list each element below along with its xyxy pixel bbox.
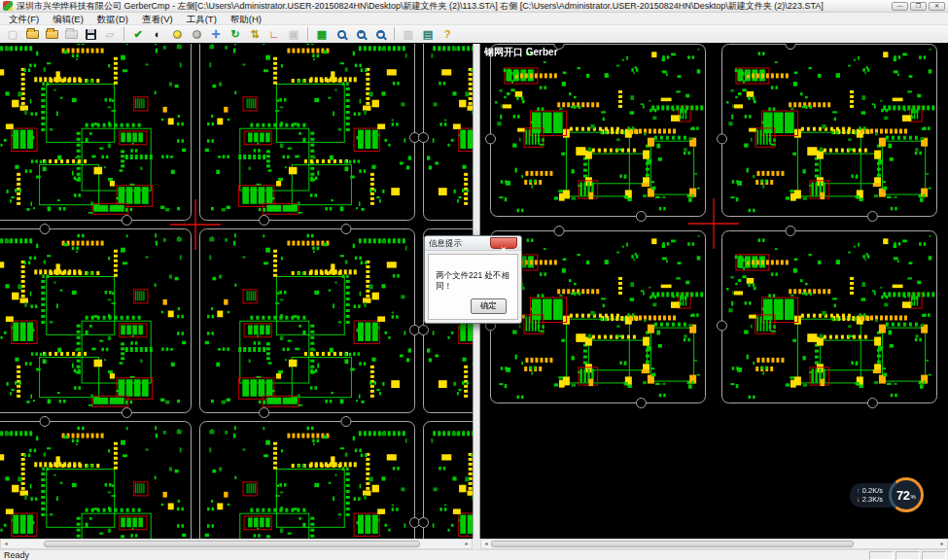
help-icon: ? — [444, 29, 451, 40]
help-button[interactable]: ? — [439, 26, 456, 42]
left-gerber-pane — [0, 44, 473, 539]
minimize-button[interactable]: — — [892, 2, 908, 11]
origin-icon: ∟ — [269, 29, 280, 40]
zoom-out-button[interactable]: − — [371, 26, 389, 42]
dialog-message: 两个文件221 处不相同！ — [429, 255, 517, 292]
window-title: 深圳市兴华烨科技有限公司 GerberCmp - 左侧[C:\Users\Adm… — [17, 0, 888, 12]
network-speed-widget[interactable]: ↑ 0.2K/s ↓ 2.3K/s 72 % — [850, 477, 924, 513]
scrollbar-row: ◂ ▸ ◂ ▸ — [0, 539, 948, 549]
download-arrow-icon: ↓ — [857, 495, 860, 504]
optimization-percent: 72 % — [892, 480, 921, 509]
grid-icon: ▦ — [317, 29, 327, 40]
scroll-right-icon[interactable]: ▸ — [937, 540, 947, 548]
dialog-message-panel: 两个文件221 处不相同！ 确定 — [428, 254, 518, 320]
window-titlebar: 深圳市兴华烨科技有限公司 GerberCmp - 左侧[C:\Users\Adm… — [0, 0, 948, 13]
pan-button[interactable]: ✛ — [207, 26, 225, 42]
mirror-button[interactable]: ⇅ — [246, 26, 263, 42]
compare-icon: ✔ — [133, 29, 142, 40]
menu-edit[interactable]: 编辑(E) — [46, 13, 90, 25]
menu-tools[interactable]: 工具(T) — [180, 13, 224, 25]
folder-icon — [65, 30, 78, 39]
right-gerber-pane: 钢网开口 Gerber — [480, 44, 948, 539]
toolbar-separator — [123, 27, 124, 41]
stamp-icon: ▣ — [289, 29, 298, 40]
magnifier-icon: + — [357, 30, 366, 39]
open-left-file-button[interactable] — [23, 26, 41, 42]
zoom-fit-button[interactable] — [333, 26, 350, 42]
status-bar: Ready — [0, 549, 948, 560]
dialog-close-button[interactable]: ✕ — [490, 237, 517, 249]
folder-icon — [46, 30, 58, 39]
close-button[interactable]: ✕ — [929, 2, 945, 11]
bulb-icon — [193, 30, 201, 39]
invert-colors-button[interactable]: ◐ — [149, 26, 166, 42]
dialog-title: 信息提示 — [429, 236, 490, 250]
scroll-right-icon[interactable]: ▸ — [462, 540, 472, 548]
menu-help[interactable]: 帮助(H) — [224, 13, 268, 25]
right-scroll-thumb[interactable] — [491, 541, 855, 547]
dialog-ok-button[interactable]: 确定 — [471, 298, 507, 314]
magnifier-icon — [337, 30, 346, 39]
status-cell — [895, 551, 920, 560]
scrollbar-gap — [473, 539, 480, 549]
invert-colors-icon: ◐ — [155, 29, 161, 40]
left-pane-hscrollbar[interactable]: ◂ ▸ — [0, 539, 473, 549]
upload-arrow-icon: ↑ — [857, 486, 860, 495]
new-file-button: ▢ — [4, 26, 21, 42]
status-text: Ready — [2, 550, 867, 560]
optimization-ring[interactable]: 72 % — [889, 477, 924, 512]
export-button: ▱ — [101, 26, 119, 42]
toolbar-buttons: ▢▱✔◐✛↻⇅∟▣▦+−▥▤? — [3, 26, 457, 42]
menu-data[interactable]: 数据(D) — [90, 13, 135, 25]
save-button[interactable] — [82, 26, 99, 42]
compare-button[interactable]: ✔ — [129, 26, 147, 42]
scroll-left-icon[interactable]: ◂ — [481, 540, 491, 548]
snapshot-button: ▥ — [400, 26, 417, 42]
message-dialog: 信息提示 ✕ 两个文件221 处不相同！ 确定 — [424, 235, 522, 324]
percent-sign: % — [911, 494, 916, 500]
mirror-icon: ⇅ — [250, 29, 259, 40]
left-pcb-canvas[interactable] — [0, 44, 473, 539]
pan-icon: ✛ — [211, 29, 220, 40]
zoom-in-button[interactable]: + — [352, 26, 369, 42]
menu-file[interactable]: 文件(F) — [2, 13, 46, 25]
snapshot-icon: ▥ — [404, 29, 413, 40]
floppy-icon — [86, 29, 96, 40]
dialog-body: 两个文件221 处不相同！ 确定 — [425, 251, 521, 323]
menu-bar: 文件(F) 编辑(E) 数据(D) 查看(V) 工具(T) 帮助(H) — [0, 13, 948, 25]
rotate-button[interactable]: ↻ — [227, 26, 244, 42]
right-pcb-canvas[interactable] — [480, 44, 948, 539]
export-icon: ▱ — [106, 29, 114, 40]
toolbar-separator — [307, 27, 308, 41]
folder-icon — [26, 30, 39, 39]
app-icon — [3, 1, 13, 11]
open-pair-button — [62, 26, 80, 42]
status-cell — [922, 551, 946, 560]
toolbar: ▢▱✔◐✛↻⇅∟▣▦+−▥▤? — [0, 25, 948, 43]
menu-view[interactable]: 查看(V) — [135, 13, 180, 25]
report-icon: ▤ — [423, 29, 433, 40]
percent-value: 72 — [896, 488, 909, 503]
magnifier-icon: − — [376, 30, 385, 39]
rotate-icon: ↻ — [230, 29, 239, 40]
stamp-button: ▣ — [285, 26, 302, 42]
open-right-file-button[interactable] — [43, 26, 60, 42]
upload-speed: 0.2K/s — [862, 486, 883, 495]
restore-button[interactable]: ❐ — [910, 2, 927, 11]
grid-button[interactable]: ▦ — [313, 26, 331, 42]
toolbar-separator — [394, 27, 395, 41]
left-scroll-thumb[interactable] — [44, 541, 420, 547]
highlight-off-button[interactable] — [188, 26, 205, 42]
new-file-icon: ▢ — [8, 29, 18, 40]
report-button[interactable]: ▤ — [419, 26, 437, 42]
scroll-left-icon[interactable]: ◂ — [1, 540, 11, 548]
origin-button[interactable]: ∟ — [265, 26, 283, 42]
status-cell — [869, 551, 894, 560]
bulb-icon — [173, 30, 182, 39]
close-icon: ✕ — [501, 246, 507, 253]
right-pane-hscrollbar[interactable]: ◂ ▸ — [480, 539, 948, 549]
highlight-on-button[interactable] — [168, 26, 186, 42]
dialog-titlebar[interactable]: 信息提示 ✕ — [425, 236, 521, 251]
download-speed: 2.3K/s — [862, 495, 883, 504]
right-pane-label: 钢网开口 Gerber — [484, 46, 558, 59]
